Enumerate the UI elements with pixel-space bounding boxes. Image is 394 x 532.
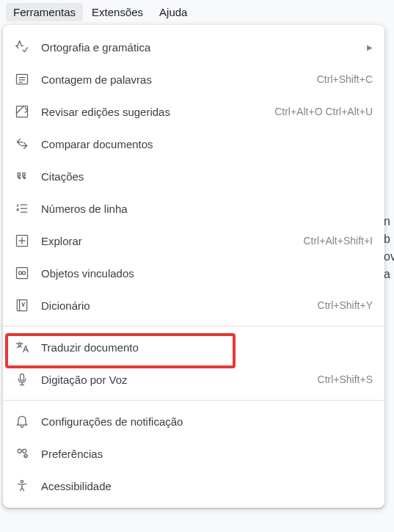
svg-point-9 <box>23 449 26 453</box>
menu-spellcheck[interactable]: Ortografia e gramática ▶ <box>3 31 384 63</box>
background-document-text: nbova <box>384 213 394 283</box>
linenumbers-icon <box>15 201 29 216</box>
menu-divider <box>3 326 384 327</box>
menu-label: Contagem de palavras <box>41 73 302 86</box>
menu-shortcut: Ctrl+Alt+O Ctrl+Alt+U <box>274 106 373 117</box>
menu-label: Dicionário <box>41 299 303 312</box>
menu-preferences[interactable]: Preferências <box>3 437 384 470</box>
svg-point-8 <box>18 449 21 453</box>
menu-shortcut: Ctrl+Shift+Y <box>318 299 373 311</box>
accessibility-icon <box>15 478 29 493</box>
translate-icon <box>15 340 29 354</box>
submenu-arrow-icon: ▶ <box>367 43 373 51</box>
menu-label: Objetos vinculados <box>41 267 373 280</box>
menu-label: Citações <box>41 170 373 183</box>
menu-label: Traduzir documento <box>41 341 373 354</box>
menu-linked[interactable]: Objetos vinculados <box>3 257 384 289</box>
menu-shortcut: Ctrl+Shift+S <box>318 374 373 385</box>
menu-label: Comparar documentos <box>41 138 373 150</box>
menubar-extensions[interactable]: Extensões <box>84 3 150 21</box>
menubar-tools[interactable]: Ferramentas <box>6 3 83 21</box>
menu-citations[interactable]: Citações <box>3 160 384 192</box>
tools-dropdown: Ortografia e gramática ▶ Contagem de pal… <box>3 25 384 508</box>
menu-label: Acessibilidade <box>41 480 373 492</box>
menu-divider <box>3 400 384 401</box>
menu-notifications[interactable]: Configurações de notificação <box>3 405 384 437</box>
menu-compare[interactable]: Comparar documentos <box>3 128 384 160</box>
menu-label: Números de linha <box>41 203 373 215</box>
notification-icon <box>15 414 29 429</box>
linked-icon <box>15 266 29 280</box>
menubar-help[interactable]: Ajuda <box>152 3 194 21</box>
spellcheck-icon <box>15 40 29 54</box>
review-icon <box>15 104 29 119</box>
menu-label: Digitação por Voz <box>41 374 303 386</box>
svg-point-11 <box>21 481 23 483</box>
explore-icon <box>15 233 29 248</box>
svg-rect-6 <box>17 300 26 311</box>
menu-translate[interactable]: Traduzir documento <box>3 331 384 363</box>
menu-voice[interactable]: Digitação por Voz Ctrl+Shift+S <box>3 363 384 396</box>
menu-accessibility[interactable]: Acessibilidade <box>3 470 384 502</box>
svg-rect-7 <box>21 374 24 381</box>
compare-icon <box>15 136 29 151</box>
menu-shortcut: Ctrl+Alt+Shift+I <box>303 235 373 247</box>
wordcount-icon <box>15 72 29 87</box>
menu-review[interactable]: Revisar edições sugeridas Ctrl+Alt+O Ctr… <box>3 95 384 128</box>
menu-shortcut: Ctrl+Shift+C <box>317 73 373 85</box>
menu-linenumbers[interactable]: Números de linha <box>3 192 384 225</box>
dictionary-icon <box>15 298 29 313</box>
menu-label: Explorar <box>41 235 288 247</box>
preferences-icon <box>15 446 29 461</box>
menu-label: Revisar edições sugeridas <box>41 106 260 118</box>
menubar: Ferramentas Extensões Ajuda <box>0 0 394 24</box>
menu-label: Configurações de notificação <box>41 415 373 428</box>
menu-wordcount[interactable]: Contagem de palavras Ctrl+Shift+C <box>3 63 384 95</box>
menu-label: Preferências <box>41 448 373 460</box>
menu-label: Ortografia e gramática <box>41 41 358 54</box>
svg-point-4 <box>18 272 21 274</box>
menu-explore[interactable]: Explorar Ctrl+Alt+Shift+I <box>3 225 384 257</box>
quote-icon <box>15 169 29 183</box>
menu-dictionary[interactable]: Dicionário Ctrl+Shift+Y <box>3 289 384 321</box>
svg-point-5 <box>22 272 25 274</box>
voice-icon <box>15 372 29 387</box>
